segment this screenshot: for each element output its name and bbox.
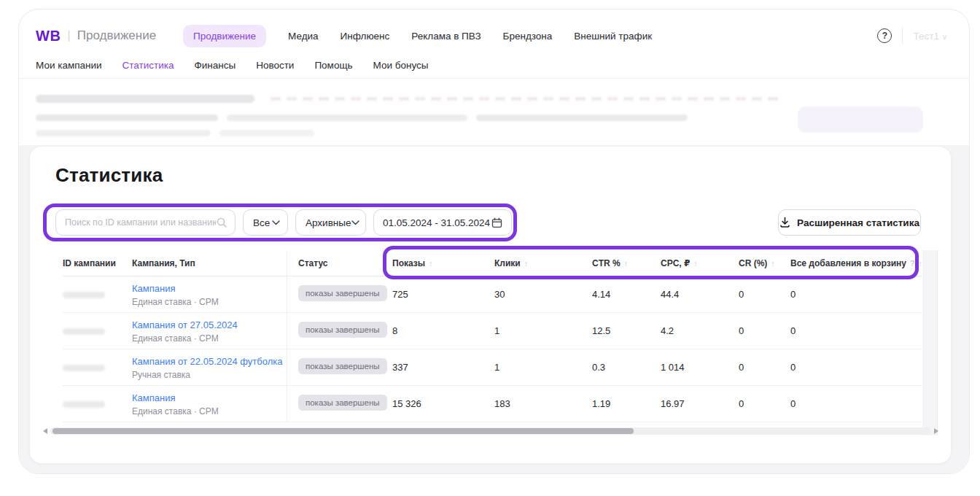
subnav-item-bonuses[interactable]: Мои бонусы <box>373 60 429 71</box>
table-header: ID кампании Кампания, Тип Статус Показы … <box>63 250 922 276</box>
cr-value: 0 <box>739 313 790 349</box>
search-field[interactable] <box>55 209 236 236</box>
views-value: 8 <box>392 313 494 349</box>
chevron-down-icon: ∨ <box>942 33 947 41</box>
campaign-id-blurred <box>63 313 132 349</box>
logo-divider: | <box>67 28 70 43</box>
dropdown-all-value: Все <box>253 217 270 228</box>
campaign-id-blurred <box>63 349 132 385</box>
clicks-value: 1 <box>494 349 592 385</box>
vertical-scrollbar-track[interactable] <box>922 250 938 435</box>
campaign-link[interactable]: Кампания <box>132 283 176 294</box>
chevron-down-icon <box>272 220 280 225</box>
subnav-item-finances[interactable]: Финансы <box>194 60 236 71</box>
cpc-value: 4.2 <box>661 313 739 349</box>
nav-item-brandzone[interactable]: Брендзона <box>503 31 553 42</box>
clicks-value: 1 <box>494 313 592 349</box>
table-row: Кампания от 27.05.2024 Единая ставка · C… <box>63 313 922 349</box>
banner-blurred-text-line <box>36 130 211 136</box>
column-header-cr[interactable]: CR (%) ↑ <box>739 250 790 276</box>
sort-arrow-icon: ↑ <box>429 259 433 268</box>
cart-value: 0 <box>790 313 922 349</box>
banner-action-button[interactable] <box>798 106 923 133</box>
search-input[interactable] <box>65 217 216 228</box>
horizontal-scrollbar <box>43 427 938 435</box>
sort-arrow-icon: ↑ <box>918 259 922 268</box>
status-cell: показы завершены <box>287 313 392 349</box>
column-header-cpc[interactable]: CPC, ₽ ↑ <box>661 250 739 276</box>
campaign-cell: Кампания Единая ставка · CPM <box>132 386 287 422</box>
cpc-value: 44.4 <box>661 276 739 312</box>
nav-item-promotion[interactable]: Продвижение <box>183 25 266 47</box>
status-cell: показы завершены <box>287 349 392 385</box>
banner-blurred-text-line <box>219 130 314 136</box>
status-badge: показы завершены <box>298 358 387 374</box>
subnav-item-statistics[interactable]: Статистика <box>122 60 174 71</box>
views-value: 15 326 <box>392 386 494 422</box>
campaign-link[interactable]: Кампания от 27.05.2024 <box>132 319 238 330</box>
table-row: Кампания от 22.05.2024 футболка Ручная с… <box>63 349 922 386</box>
column-header-ctr[interactable]: CTR % ↑ <box>592 250 661 276</box>
subnav-item-news[interactable]: Новости <box>256 60 294 71</box>
app-window: WB | Продвижение Продвижение Медиа Инфлю… <box>18 9 970 474</box>
sort-arrow-icon: ↑ <box>524 259 529 268</box>
column-header-cart-additions[interactable]: Все добавления в корзину ? ↑ <box>790 250 922 276</box>
column-header-status: Статус <box>287 250 392 276</box>
column-header-clicks[interactable]: Клики ↑ <box>494 250 592 276</box>
dropdown-archive-value: Архивные <box>306 217 351 228</box>
help-icon[interactable]: ? <box>877 28 892 43</box>
campaign-link[interactable]: Кампания от 22.05.2024 футболка <box>132 356 282 367</box>
campaign-link[interactable]: Кампания <box>132 392 176 403</box>
column-header-views[interactable]: Показы ↑ <box>392 250 494 276</box>
status-cell: показы завершены <box>287 276 392 312</box>
status-badge: показы завершены <box>298 322 387 338</box>
nav-item-media[interactable]: Медиа <box>288 31 319 42</box>
product-name: Продвижение <box>77 28 156 43</box>
nav-item-pvz-ads[interactable]: Реклама в ПВЗ <box>411 31 481 42</box>
status-badge: показы завершены <box>298 285 387 301</box>
filters-row: Все Архивные 01.05.2024 - 31.05.2024 <box>30 209 951 236</box>
date-range-picker[interactable]: 01.05.2024 - 31.05.2024 <box>373 209 512 236</box>
header-divider <box>902 28 903 44</box>
campaign-cell: Кампания от 22.05.2024 футболка Ручная с… <box>132 349 287 385</box>
faded-banner <box>19 79 969 145</box>
dropdown-archive[interactable]: Архивные <box>295 209 366 236</box>
horizontal-scrollbar-thumb[interactable] <box>52 428 634 434</box>
column-header-id: ID кампании <box>63 250 132 276</box>
campaign-cell: Кампания Единая ставка · CPM <box>132 276 287 312</box>
extended-statistics-button[interactable]: Расширенная статистика <box>778 209 921 236</box>
cart-value: 0 <box>790 349 922 385</box>
ctr-value: 1.19 <box>592 386 661 422</box>
horizontal-scrollbar-track[interactable] <box>50 427 931 435</box>
banner-blurred-text-line <box>36 115 218 121</box>
campaign-id-blurred <box>63 386 132 422</box>
subnav-item-my-campaigns[interactable]: Мои кампании <box>36 60 102 71</box>
banner-blurred-text-line <box>476 115 688 121</box>
scroll-left-arrow-icon[interactable] <box>43 428 47 434</box>
banner-dashed-line <box>271 97 781 101</box>
sort-arrow-icon: ↑ <box>693 259 698 268</box>
ctr-value: 0.3 <box>592 349 661 385</box>
chevron-down-icon <box>351 220 359 225</box>
cr-value: 0 <box>739 276 790 312</box>
top-bar: WB | Продвижение Продвижение Медиа Инфлю… <box>19 9 969 52</box>
user-menu[interactable]: Тест1 ∨ <box>913 31 947 42</box>
extended-statistics-label: Расширенная статистика <box>797 217 919 228</box>
cpc-value: 1 014 <box>661 349 739 385</box>
clicks-value: 30 <box>494 276 592 312</box>
nav-item-external-traffic[interactable]: Внешний трафик <box>574 31 652 42</box>
sort-arrow-icon: ↑ <box>771 259 775 268</box>
scroll-right-arrow-icon[interactable] <box>934 428 938 434</box>
ctr-value: 4.14 <box>592 276 661 312</box>
help-tooltip-icon[interactable]: ? <box>910 259 914 268</box>
subnav-item-help[interactable]: Помощь <box>314 60 352 71</box>
sub-nav: Мои кампании Статистика Финансы Новости … <box>19 52 969 79</box>
nav-item-influence[interactable]: Инфлюенс <box>341 31 390 42</box>
clicks-value: 183 <box>494 386 592 422</box>
cr-value: 0 <box>739 349 790 385</box>
page-title: Статистика <box>55 164 163 187</box>
wb-logo: WB | Продвижение <box>36 28 167 44</box>
dropdown-all[interactable]: Все <box>243 209 288 236</box>
views-value: 337 <box>392 349 494 385</box>
campaign-type: Единая ставка · CPM <box>132 333 287 344</box>
